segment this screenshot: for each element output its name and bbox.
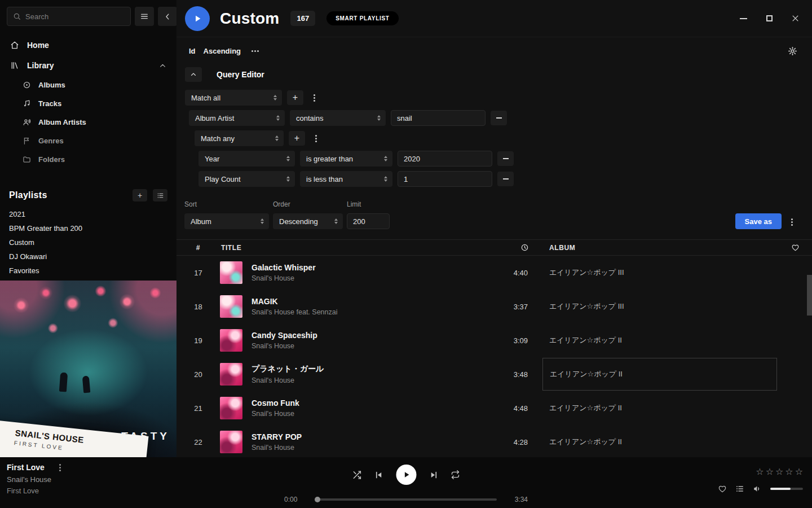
window-maximize-button[interactable] xyxy=(765,14,774,23)
track-title[interactable]: プラネット・ガール xyxy=(251,364,495,374)
table-row[interactable]: 21 Cosmo Funk Snail's House 4:48 エイリアン☆ポ… xyxy=(176,391,812,425)
search-input[interactable] xyxy=(25,12,125,21)
track-album-focused[interactable]: エイリアン☆ポップ II xyxy=(542,358,777,391)
star-icon[interactable]: ☆ xyxy=(775,467,783,476)
nav-back-button[interactable] xyxy=(158,7,176,26)
save-as-button[interactable]: Save as xyxy=(735,213,782,229)
more-options-button[interactable] xyxy=(254,50,256,52)
playlist-options-button[interactable] xyxy=(153,189,167,202)
rule-value-input[interactable] xyxy=(398,151,492,167)
sidebar-item-tracks[interactable]: Tracks xyxy=(0,94,176,113)
sidebar-item-library[interactable]: Library xyxy=(0,55,176,76)
playlist-item-dj-okawari[interactable]: DJ Okawari xyxy=(0,249,176,264)
scrollbar[interactable] xyxy=(807,275,812,316)
rule-operator-select[interactable]: contains xyxy=(290,110,386,126)
window-close-button[interactable] xyxy=(791,14,800,23)
track-artist[interactable]: Snail's House xyxy=(251,342,495,350)
search-box[interactable] xyxy=(7,7,131,26)
rule-value-input[interactable] xyxy=(398,171,492,187)
track-title[interactable]: Galactic Whisper xyxy=(251,263,495,272)
track-title[interactable]: Candy Spaceship xyxy=(251,331,495,340)
remove-rule-button[interactable] xyxy=(497,151,514,166)
playlist-item-favorites[interactable]: Favorites xyxy=(0,264,176,278)
shuffle-button[interactable] xyxy=(352,470,362,480)
group-match-type-select[interactable]: Match any xyxy=(195,130,284,146)
rule-field-select[interactable]: Album Artist xyxy=(189,110,285,126)
save-options-button[interactable] xyxy=(786,214,797,229)
rule-field-select[interactable]: Play Count xyxy=(198,171,295,187)
track-album[interactable]: エイリアン☆ポップ II xyxy=(546,335,778,345)
track-album[interactable]: エイリアン☆ポップ II xyxy=(546,403,778,413)
star-icon[interactable]: ☆ xyxy=(756,467,764,476)
group-options-button[interactable] xyxy=(310,131,321,146)
menu-button[interactable] xyxy=(135,7,154,26)
playlist-item-2021[interactable]: 2021 xyxy=(0,207,176,221)
volume-slider[interactable] xyxy=(770,488,803,490)
table-row[interactable]: 18 MAGIK Snail's House feat. Sennzai 3:3… xyxy=(176,290,812,323)
track-album[interactable]: エイリアン☆ポップ II xyxy=(546,437,778,447)
window-minimize-button[interactable] xyxy=(739,14,748,23)
track-artist[interactable]: Snail's House xyxy=(251,444,495,452)
sidebar-item-albums[interactable]: Albums xyxy=(0,76,176,94)
sort-direction-button[interactable]: Ascending xyxy=(204,47,241,55)
now-playing-album[interactable]: First Love xyxy=(7,487,66,495)
column-album-header[interactable]: ALBUM xyxy=(546,244,778,252)
add-playlist-button[interactable]: + xyxy=(133,189,147,202)
track-artist[interactable]: Snail's House xyxy=(251,410,495,418)
next-button[interactable] xyxy=(429,470,439,480)
table-row[interactable]: 20 プラネット・ガール Snail's House 3:48 エイリアン☆ポッ… xyxy=(176,357,812,391)
match-type-select[interactable]: Match all xyxy=(185,90,282,106)
playlist-item-custom[interactable]: Custom xyxy=(0,235,176,249)
rule-operator-select[interactable]: is greater than xyxy=(300,151,392,167)
sidebar-item-folders[interactable]: Folders xyxy=(0,150,176,169)
track-title[interactable]: STARRY POP xyxy=(251,432,495,441)
track-artist[interactable]: Snail's House xyxy=(251,376,495,384)
rule-field-select[interactable]: Year xyxy=(198,151,295,167)
play-button[interactable] xyxy=(396,465,417,485)
track-album[interactable]: エイリアン☆ポップ III xyxy=(546,301,778,312)
settings-button[interactable] xyxy=(788,46,797,56)
previous-button[interactable] xyxy=(374,470,384,480)
rule-operator-select[interactable]: is less than xyxy=(300,171,392,187)
add-rule-button[interactable]: + xyxy=(287,90,303,105)
playlist-play-button[interactable] xyxy=(185,6,210,31)
sidebar-item-genres[interactable]: Genres xyxy=(0,132,176,150)
column-title-header[interactable]: TITLE xyxy=(220,244,495,252)
order-select[interactable]: Descending xyxy=(273,213,343,229)
sort-select[interactable]: Album xyxy=(184,213,269,229)
table-row[interactable]: 22 STARRY POP Snail's House 4:28 エイリアン☆ポ… xyxy=(176,425,812,457)
table-row[interactable]: 19 Candy Spaceship Snail's House 3:09 エイ… xyxy=(176,323,812,357)
column-index-header[interactable]: # xyxy=(176,244,220,252)
favorite-button[interactable] xyxy=(718,484,727,493)
group-add-rule-button[interactable]: + xyxy=(289,131,305,146)
query-editor-collapse-button[interactable] xyxy=(185,67,202,82)
sidebar-item-album-artists[interactable]: Album Artists xyxy=(0,113,176,132)
star-icon[interactable]: ☆ xyxy=(766,467,774,476)
track-artist[interactable]: Snail's House feat. Sennzai xyxy=(251,308,495,316)
rule-value-input[interactable] xyxy=(391,110,486,126)
track-title[interactable]: MAGIK xyxy=(251,297,495,306)
sidebar-item-home[interactable]: Home xyxy=(0,35,176,55)
track-title[interactable]: Cosmo Funk xyxy=(251,398,495,408)
now-playing-title[interactable]: First Love xyxy=(7,463,45,472)
track-album[interactable]: エイリアン☆ポップ III xyxy=(546,268,778,278)
column-duration-header[interactable] xyxy=(495,243,546,252)
table-row[interactable]: 17 Galactic Whisper Snail's House 4:40 エ… xyxy=(176,256,812,290)
repeat-button[interactable] xyxy=(451,470,460,479)
volume-button[interactable] xyxy=(753,484,762,493)
remove-rule-button[interactable] xyxy=(497,172,514,186)
now-playing-artwork[interactable]: TASTY SNAIL'S HOUSE FIRST LOVE xyxy=(0,281,176,457)
remove-rule-button[interactable] xyxy=(491,111,507,125)
rule-group-options-button[interactable] xyxy=(308,90,320,105)
limit-input[interactable] xyxy=(347,213,390,229)
seek-thumb[interactable] xyxy=(315,497,320,502)
now-playing-artist[interactable]: Snail's House xyxy=(7,475,66,484)
playlist-item-bpm[interactable]: BPM Greater than 200 xyxy=(0,221,176,235)
sort-field-button[interactable]: Id xyxy=(189,47,196,55)
queue-button[interactable] xyxy=(735,484,744,493)
seek-slider[interactable] xyxy=(315,498,497,501)
star-icon[interactable]: ☆ xyxy=(785,467,793,476)
star-icon[interactable]: ☆ xyxy=(795,467,803,476)
track-artist[interactable]: Snail's House xyxy=(251,274,495,282)
column-favorite-header[interactable] xyxy=(778,243,812,252)
